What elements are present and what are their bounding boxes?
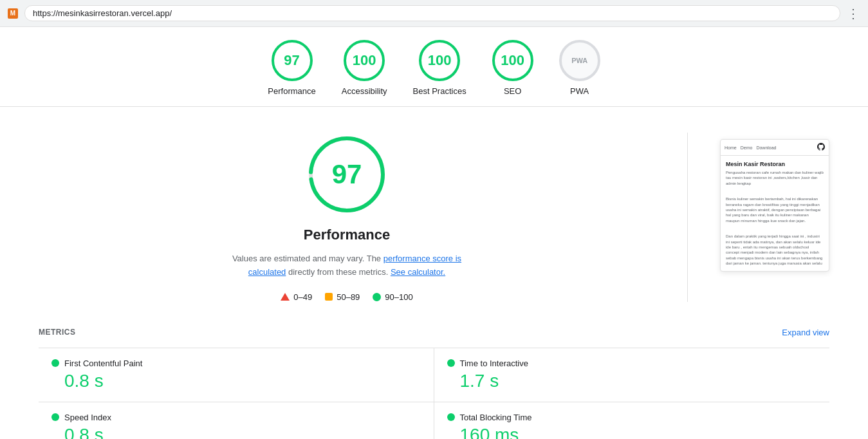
metric-name-tbt: Total Blocking Time — [460, 413, 532, 422]
metric-dot-tbt — [447, 413, 455, 421]
metric-value-tti: 1.7 s — [447, 371, 817, 391]
metric-header-si: Speed Index — [51, 413, 421, 422]
metrics-section: METRICS Expand view First Contentful Pai… — [0, 328, 868, 439]
score-label-pwa: PWA — [570, 86, 589, 96]
orange-square-icon — [325, 293, 333, 301]
site-preview-nav: Home Demo Download — [721, 140, 829, 156]
site-preview-body: Mesin Kasir Restoran Pengusaha restoran … — [721, 156, 829, 271]
site-preview-nav-download: Download — [756, 145, 776, 150]
metric-item-tti: Time to Interactive 1.7 s — [434, 348, 830, 402]
metric-dot-tti — [447, 359, 455, 367]
browser-favicon: M — [8, 8, 18, 19]
score-circle-best-practices: 100 — [419, 40, 460, 81]
metric-item-tbt: Total Blocking Time 160 ms — [434, 402, 830, 439]
metric-item-fcp: First Contentful Paint 0.8 s — [39, 348, 434, 402]
score-circle-seo: 100 — [492, 40, 533, 81]
score-circle-performance: 97 — [272, 40, 313, 81]
metric-header-tti: Time to Interactive — [447, 359, 817, 368]
score-item-seo[interactable]: 100 SEO — [492, 40, 533, 96]
score-item-pwa[interactable]: PWA PWA — [559, 40, 600, 96]
site-preview-nav-demo: Demo — [741, 145, 753, 150]
metric-value-fcp: 0.8 s — [51, 371, 421, 391]
right-panel: Home Demo Download Mesin Kasir Restoran … — [720, 133, 829, 302]
browser-url-bar[interactable]: https://mesinkasirrestoran.vercel.app/ — [24, 5, 840, 21]
score-label-accessibility: Accessibility — [342, 86, 387, 96]
metric-name-tti: Time to Interactive — [460, 359, 528, 368]
metrics-grid: First Contentful Paint 0.8 s Time to Int… — [39, 348, 829, 439]
site-preview-paragraph3: Dan dalam praktik yang terjadi hingga sa… — [726, 234, 824, 266]
metric-dot-fcp — [51, 359, 59, 367]
metric-value-tbt: 160 ms — [447, 425, 817, 439]
panel-divider — [687, 133, 688, 302]
main-content: 97 Performance Values are estimated and … — [0, 107, 868, 328]
score-item-accessibility[interactable]: 100 Accessibility — [342, 40, 387, 96]
score-circle-pwa: PWA — [559, 40, 600, 81]
see-calculator-link[interactable]: See calculator. — [391, 267, 445, 277]
score-item-performance[interactable]: 97 Performance — [268, 40, 315, 96]
score-item-best-practices[interactable]: 100 Best Practices — [413, 40, 466, 96]
browser-bar: M https://mesinkasirrestoran.vercel.app/… — [0, 0, 868, 27]
metric-dot-si — [51, 413, 59, 421]
score-circle-accessibility: 100 — [344, 40, 385, 81]
metrics-header: METRICS Expand view — [39, 328, 829, 337]
metric-name-si: Speed Index — [64, 413, 111, 422]
legend-item-orange: 50–89 — [325, 292, 360, 302]
site-preview-site-title: Mesin Kasir Restoran — [726, 161, 824, 167]
browser-menu-icon[interactable]: ⋮ — [847, 6, 860, 21]
score-label-best-practices: Best Practices — [413, 86, 466, 96]
metrics-section-title: METRICS — [39, 328, 76, 337]
expand-view-button[interactable]: Expand view — [782, 328, 829, 337]
legend-item-red: 0–49 — [281, 292, 312, 302]
big-score-circle: 97 — [305, 133, 389, 216]
site-preview: Home Demo Download Mesin Kasir Restoran … — [720, 139, 829, 272]
score-label-seo: SEO — [504, 86, 521, 96]
big-score-value: 97 — [332, 159, 362, 190]
github-icon — [817, 143, 825, 152]
metric-name-fcp: First Contentful Paint — [64, 359, 142, 368]
legend-item-green: 90–100 — [373, 292, 412, 302]
score-description: Values are estimated and may vary. The p… — [225, 252, 469, 279]
big-score-title: Performance — [304, 227, 391, 243]
metric-value-si: 0.8 s — [51, 425, 421, 439]
score-label-performance: Performance — [268, 86, 315, 96]
score-legend: 0–49 50–89 90–100 — [281, 292, 412, 302]
red-triangle-icon — [281, 293, 290, 301]
metric-header-tbt: Total Blocking Time — [447, 413, 817, 422]
metric-item-si: Speed Index 0.8 s — [39, 402, 434, 439]
green-circle-icon — [373, 293, 381, 301]
site-preview-nav-home: Home — [725, 145, 737, 150]
score-bar: 97 Performance 100 Accessibility 100 Bes… — [0, 27, 868, 107]
site-preview-paragraph1: Pengusaha restoran cafe rumah makan dan … — [726, 170, 824, 186]
left-panel: 97 Performance Values are estimated and … — [39, 133, 655, 302]
metric-header-fcp: First Contentful Paint — [51, 359, 421, 368]
site-preview-paragraph2: Bisnis kuliner semakin bertambah, hal in… — [726, 196, 824, 223]
